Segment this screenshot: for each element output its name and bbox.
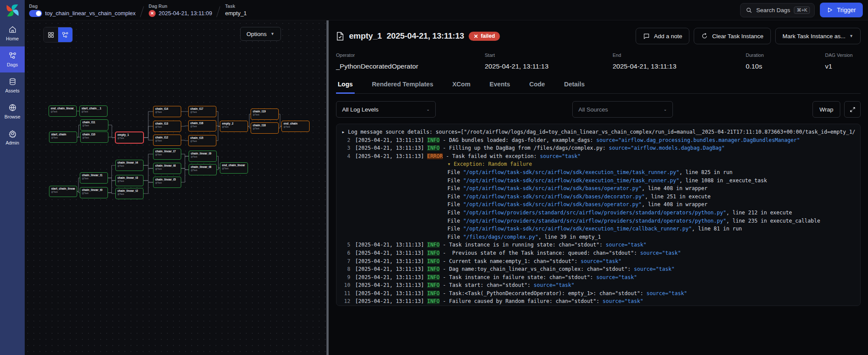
log-line: 11[2025-04-21, 13:11:13] INFO - Task:<Ta… xyxy=(342,289,855,298)
graph-node-chain_linear_t2[interactable]: chain_linear_t2@Task✓ success xyxy=(115,188,144,199)
tab-code[interactable]: Code xyxy=(529,81,546,93)
sidebar-item-assets[interactable]: Assets xyxy=(0,72,25,99)
log-line: ▾ Exception: Random failure xyxy=(342,160,855,168)
breadcrumb-separator xyxy=(215,6,222,17)
log-line: 2[2025-04-21, 13:11:13] INFO - DAG bundl… xyxy=(342,136,855,145)
chevron-down-icon: ⌄ xyxy=(426,107,430,112)
sidebar-item-dags[interactable]: Dags xyxy=(0,46,25,72)
meta-end: End 2025-04-21, 13:11:13 xyxy=(613,53,746,70)
log-line-number: 12 xyxy=(342,297,350,306)
view-toggle-group xyxy=(43,27,73,43)
graph-node-chain_t13[interactable]: chain_t13@Task⊘ upstream_failed xyxy=(153,121,181,132)
log-line: 8[2025-04-21, 13:11:13] INFO - Dag name:… xyxy=(342,265,855,273)
status-badge-label: failed xyxy=(481,33,495,39)
grid-view-button[interactable] xyxy=(44,27,58,42)
log-sources-select[interactable]: All Sources ⌄ xyxy=(572,101,673,118)
log-line-number: 8 xyxy=(342,265,350,273)
log-line: 3[2025-04-21, 13:11:13] INFO - Filling u… xyxy=(342,144,855,152)
tab-xcom[interactable]: XCom xyxy=(451,81,471,93)
panel-resize-divider[interactable] xyxy=(326,20,329,355)
dags-icon xyxy=(8,51,17,60)
graph-node-end_chain_linear[interactable]: end_chain_linear@Task✓ success xyxy=(220,162,248,174)
log-viewer[interactable]: ▸ Log message source details: sources=["… xyxy=(336,124,861,306)
options-button[interactable]: Options ▼ xyxy=(240,27,281,41)
dag-pause-toggle[interactable] xyxy=(29,10,42,17)
graph-view-button[interactable] xyxy=(58,27,72,42)
search-dags-input[interactable]: Search Dags ⌘+K xyxy=(740,3,815,17)
graph-node-chain_linear_t5[interactable]: chain_linear_t5@Task✓ success xyxy=(153,177,181,188)
graph-node-chain_t17[interactable]: chain_t17@Task⊘ upstream_failed xyxy=(188,106,216,117)
graph-panel: end_chain_linear__1@Task✓ successstart_c… xyxy=(25,20,326,355)
tab-logs[interactable]: Logs xyxy=(337,81,354,93)
graph-node-chain_t18[interactable]: chain_t18@Task⊘ upstream_failed xyxy=(251,122,279,134)
sidebar-item-admin[interactable]: Admin xyxy=(0,125,25,151)
graph-node-empty_1[interactable]: empty_1@Task✕ failed xyxy=(115,132,144,143)
graph-node-chain_t10[interactable]: chain_t10@Task✓ success xyxy=(80,131,108,143)
task-name: empty_1 xyxy=(225,10,247,16)
clear-task-instance-button[interactable]: Clear Task Instance xyxy=(694,28,770,44)
graph-node-chain_t19[interactable]: chain_t19@Task⊘ upstream_failed xyxy=(251,108,279,120)
graph-node-chain_linear_t0[interactable]: chain_linear_t0@Task✓ success xyxy=(80,187,108,198)
graph-node-chain_linear_t4[interactable]: chain_linear_t4@Task✓ success xyxy=(115,160,144,171)
graph-node-start_chain[interactable]: start_chain@Task✓ success xyxy=(49,131,77,143)
log-line-number: 3 xyxy=(342,144,350,152)
graph-node-chain_t11[interactable]: chain_t11@Task✓ success xyxy=(80,119,108,131)
log-line-number: 10 xyxy=(342,281,350,289)
graph-node-chain_linear_t8[interactable]: chain_linear_t8@Task✓ success xyxy=(189,164,217,175)
graph-canvas[interactable]: end_chain_linear__1@Task✓ successstart_c… xyxy=(25,20,326,355)
dag-name-link[interactable]: toy_chain_linear_vs_chain_complex xyxy=(45,10,136,16)
add-note-button[interactable]: Add a note xyxy=(636,28,689,44)
sidebar-item-label: Assets xyxy=(5,88,20,93)
play-icon xyxy=(827,7,833,13)
graph-node-chain_t15[interactable]: chain_t15@Task⊘ upstream_failed xyxy=(188,135,216,146)
graph-node-chain_t14[interactable]: chain_t14@Task⊘ upstream_failed xyxy=(153,106,181,117)
task-instance-panel: empty_1 2025-04-21, 13:11:13 ✕ failed Ad… xyxy=(329,20,868,355)
log-line: 10[2025-04-21, 13:11:13] INFO - Task sta… xyxy=(342,281,855,289)
browse-globe-icon xyxy=(8,103,17,112)
tab-events[interactable]: Events xyxy=(489,81,511,93)
graph-node-chain_linear_t9[interactable]: chain_linear_t9@Task✓ success xyxy=(189,151,217,162)
task-instance-time: 2025-04-21, 13:11:13 xyxy=(387,31,464,41)
graph-node-end_chain[interactable]: end_chain@Task⊘ upstream_failed xyxy=(281,121,310,132)
log-line: 12[2025-04-21, 13:11:13] INFO - Failure … xyxy=(342,297,855,306)
mark-task-instance-as-button[interactable]: Mark Task Instance as... ▼ xyxy=(775,28,861,44)
tab-details[interactable]: Details xyxy=(563,81,586,93)
wrap-button[interactable]: Wrap xyxy=(813,101,840,118)
task-instance-header: empty_1 2025-04-21, 13:11:13 ✕ failed Ad… xyxy=(336,27,861,45)
fullscreen-expand-button[interactable] xyxy=(844,101,861,118)
graph-node-empty_2[interactable]: empty_2@Task⊘ upstream_failed xyxy=(220,121,248,132)
log-lines: ▸ Log message source details: sources=["… xyxy=(342,128,855,306)
search-icon xyxy=(746,7,752,13)
graph-node-start_chain__1[interactable]: start_chain__1@Task✓ success xyxy=(79,105,108,117)
graph-node-chain_t16[interactable]: chain_t16@Task⊘ upstream_failed xyxy=(188,120,216,131)
options-label: Options xyxy=(247,31,267,37)
tab-rendered-templates[interactable]: Rendered Templates xyxy=(371,81,434,93)
log-line-number: 6 xyxy=(342,249,350,257)
search-placeholder: Search Dags xyxy=(756,7,790,13)
failed-x-icon: ✕ xyxy=(473,33,478,39)
dag-run-link[interactable]: 2025-04-21, 13:11:09 xyxy=(159,10,212,16)
trigger-button[interactable]: Trigger xyxy=(820,3,863,17)
graph-node-chain_t12[interactable]: chain_t12@Task⊘ upstream_failed xyxy=(153,135,181,146)
log-line-number: 9 xyxy=(342,273,350,282)
sidebar-item-home[interactable]: Home xyxy=(0,20,25,46)
log-line-number: 5 xyxy=(342,241,350,249)
log-line: File "/opt/airflow/task-sdk/src/airflow/… xyxy=(342,193,855,201)
airflow-logo[interactable] xyxy=(0,0,25,20)
log-sources-value: All Sources xyxy=(578,106,608,113)
graph-node-chain_linear_t1[interactable]: chain_linear_t1@Task✓ success xyxy=(80,172,108,184)
log-levels-select[interactable]: All Log Levels ⌄ xyxy=(336,101,436,118)
graph-node-chain_linear_t7[interactable]: chain_linear_t7@Task✓ success xyxy=(153,148,181,160)
graph-node-end_chain_linear__1[interactable]: end_chain_linear__1@Task✓ success xyxy=(49,105,77,117)
meta-label: Duration xyxy=(746,53,825,58)
log-levels-value: All Log Levels xyxy=(342,106,379,113)
top-bar: Dag toy_chain_linear_vs_chain_complex Da… xyxy=(25,0,868,20)
graph-node-chain_linear_t6[interactable]: chain_linear_t6@Task✓ success xyxy=(153,163,181,174)
graph-node-chain_linear_t3[interactable]: chain_linear_t3@Task✓ success xyxy=(115,175,144,186)
meta-start: Start 2025-04-21, 13:11:13 xyxy=(485,53,613,70)
sidebar-item-browse[interactable]: Browse xyxy=(0,99,25,125)
sidebar: Home Dags Assets Browse Admin xyxy=(0,0,25,355)
graph-node-start_chain_linear[interactable]: start_chain_linear@Task✓ success xyxy=(49,186,77,197)
meta-label: End xyxy=(613,53,746,58)
graph-icon xyxy=(62,31,69,39)
